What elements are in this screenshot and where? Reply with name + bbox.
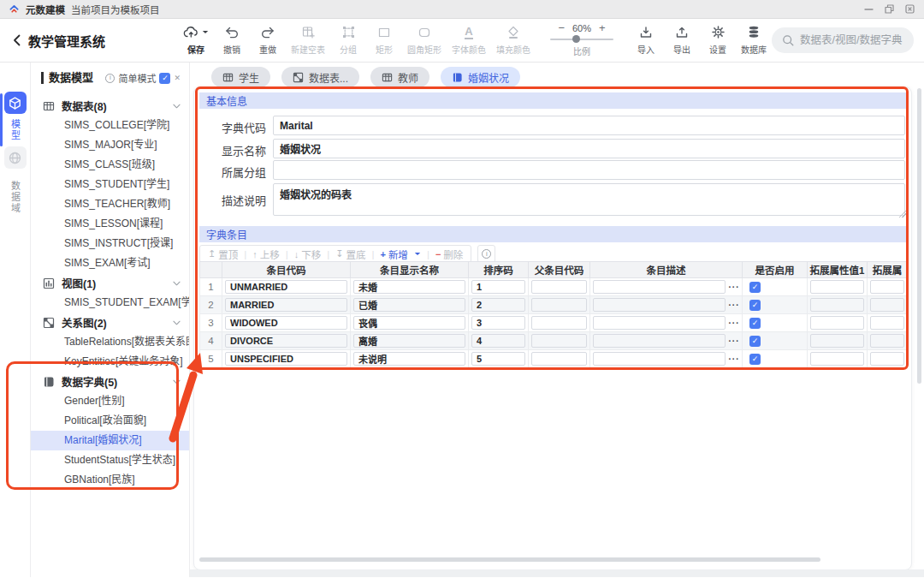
sort-code-cell[interactable]: 5 (471, 352, 525, 366)
group-input[interactable] (273, 160, 905, 180)
sidebar-item-table[interactable]: SIMS_INSTRUCT[授课] (31, 234, 189, 253)
pin-bottom-button[interactable]: ↧置底 (335, 247, 365, 261)
more-options-icon[interactable]: ··· (728, 301, 740, 310)
sidebar-item-table[interactable]: SIMS_STUDENT[学生] (31, 175, 189, 194)
chevron-down-icon[interactable] (173, 379, 181, 384)
group-tool-button[interactable]: 分组 (330, 26, 366, 56)
database-button[interactable]: 数据库 (736, 26, 772, 56)
chevron-down-icon[interactable] (173, 320, 181, 325)
parent-code-cell[interactable] (531, 298, 587, 312)
entry-name-cell[interactable]: 离婚 (353, 334, 465, 348)
entry-code-cell[interactable]: UNSPECIFIED (225, 352, 347, 366)
sidebar-item-table[interactable]: SIMS_LESSON[课程] (31, 214, 189, 234)
entry-code-cell[interactable]: MARRIED (225, 298, 347, 312)
import-button[interactable]: 导入 (628, 26, 664, 56)
sort-code-cell[interactable]: 4 (471, 334, 525, 348)
ext-attr2-cell[interactable] (870, 298, 904, 312)
ext-attr2-cell[interactable] (870, 334, 904, 348)
sidebar-item-table[interactable]: SIMS_MAJOR[专业] (31, 135, 189, 155)
sidebar-item-table[interactable]: SIMS_TEACHER[教师] (31, 194, 189, 214)
chevron-down-icon[interactable] (173, 104, 181, 109)
horizontal-scrollbar[interactable] (199, 557, 820, 562)
simple-mode-clear-icon[interactable]: ✕ (174, 74, 181, 82)
sidebar-item-dictionary[interactable]: StudentStatus[学生状态] (31, 450, 189, 470)
entry-name-cell[interactable]: 未说明 (353, 352, 465, 366)
entry-code-cell[interactable]: UNMARRIED (225, 280, 347, 294)
sort-code-cell[interactable]: 1 (471, 280, 525, 294)
search-box[interactable] (772, 27, 914, 53)
sidebar-item-relation[interactable]: TableRelations[数据表关系图] (31, 332, 189, 352)
display-name-input[interactable] (273, 139, 905, 158)
ext-attr1-cell[interactable] (810, 352, 864, 366)
search-input[interactable] (800, 34, 903, 46)
more-options-icon[interactable]: ··· (728, 283, 740, 292)
sidebar-item-dictionary-selected[interactable]: Marital[婚姻状况] (31, 431, 189, 450)
add-dropdown-icon[interactable] (414, 252, 421, 256)
parent-code-cell[interactable] (531, 334, 587, 348)
move-up-button[interactable]: ↑上移 (252, 247, 280, 261)
enabled-checkbox[interactable]: ✓ (749, 318, 761, 329)
tab-marital-status-active[interactable]: 婚姻状况 (441, 67, 520, 87)
entries-info-button[interactable]: i (477, 245, 495, 263)
zoom-slider[interactable] (550, 35, 613, 43)
description-textarea[interactable]: 婚姻状况的码表 (273, 183, 905, 216)
enabled-checkbox[interactable]: ✓ (749, 354, 761, 365)
enabled-checkbox[interactable]: ✓ (749, 282, 761, 293)
ext-attr2-cell[interactable] (870, 352, 904, 366)
ext-attr1-cell[interactable] (810, 298, 864, 312)
parent-code-cell[interactable] (531, 316, 587, 330)
textarea-resize-handle[interactable] (899, 210, 907, 217)
minimize-button[interactable] (863, 3, 874, 15)
back-button[interactable] (13, 34, 21, 46)
sort-code-cell[interactable]: 3 (471, 316, 525, 330)
redo-button[interactable]: 重做 (250, 26, 286, 56)
sidebar-item-table[interactable]: SIMS_COLLEGE[学院] (31, 116, 189, 135)
sidebar-item-dictionary[interactable]: Gender[性别] (31, 391, 189, 411)
sidebar-item-dictionary[interactable]: GBNation[民族] (31, 470, 189, 490)
move-down-button[interactable]: ↓下移 (294, 247, 322, 261)
add-entry-button[interactable]: +新增 (380, 247, 407, 261)
entry-desc-cell[interactable] (593, 280, 726, 294)
sidebar-group-relations[interactable]: 关系图(2) (31, 313, 189, 332)
ext-attr1-cell[interactable] (810, 334, 864, 348)
font-color-button[interactable]: A 字体颜色 (447, 26, 491, 56)
sidebar-item-table[interactable]: SIMS_EXAM[考试] (31, 253, 189, 273)
more-options-icon[interactable]: ··· (728, 319, 740, 328)
sort-code-cell[interactable]: 2 (471, 298, 525, 312)
more-options-icon[interactable]: ··· (728, 337, 740, 346)
enabled-checkbox[interactable]: ✓ (749, 336, 761, 347)
rect-tool-button[interactable]: 矩形 (366, 26, 402, 56)
tab-teacher[interactable]: 教师 (370, 67, 429, 87)
sidebar-group-dictionaries[interactable]: 数据字典(5) (31, 372, 189, 391)
entry-desc-cell[interactable] (593, 316, 726, 330)
ext-attr2-cell[interactable] (870, 316, 904, 330)
enabled-checkbox[interactable]: ✓ (749, 300, 761, 311)
sidebar-group-views[interactable]: 视图(1) (31, 273, 189, 293)
settings-button[interactable]: 设置 (700, 26, 736, 56)
restore-button[interactable] (884, 3, 895, 15)
entry-name-cell[interactable]: 已婚 (353, 298, 465, 312)
vertical-scrollbar[interactable] (917, 88, 921, 384)
close-button[interactable] (904, 3, 915, 15)
undo-button[interactable]: 撤销 (214, 26, 250, 56)
more-options-icon[interactable]: ··· (728, 355, 740, 364)
sidebar-item-view[interactable]: SMIS_STUDENT_EXAM[学生考试] (31, 293, 189, 313)
new-empty-table-button[interactable]: 新建空表 (286, 26, 330, 56)
fill-color-button[interactable]: 填充颜色 (491, 26, 536, 56)
rounded-rect-tool-button[interactable]: 圆角矩形 (402, 26, 447, 56)
ext-attr1-cell[interactable] (810, 280, 864, 294)
ext-attr2-cell[interactable] (870, 280, 904, 294)
zoom-out-button[interactable]: − (558, 24, 565, 33)
entry-name-cell[interactable]: 未婚 (353, 280, 465, 294)
tab-datatable-relations[interactable]: 数据表... (281, 67, 359, 87)
parent-code-cell[interactable] (531, 280, 587, 294)
save-dropdown-icon[interactable] (202, 30, 209, 34)
sidebar-group-tables[interactable]: 数据表(8) (31, 96, 189, 116)
save-button[interactable]: 保存 (178, 26, 214, 56)
sidebar-item-relation[interactable]: KeyEntities[关键业务对象] (31, 352, 189, 372)
entry-name-cell[interactable]: 丧偶 (353, 316, 465, 330)
sidebar-item-dictionary[interactable]: Political[政治面貌] (31, 411, 189, 431)
model-rail-button[interactable] (4, 92, 27, 114)
export-button[interactable]: 导出 (664, 26, 700, 56)
sidebar-item-table[interactable]: SIMS_CLASS[班级] (31, 155, 189, 175)
